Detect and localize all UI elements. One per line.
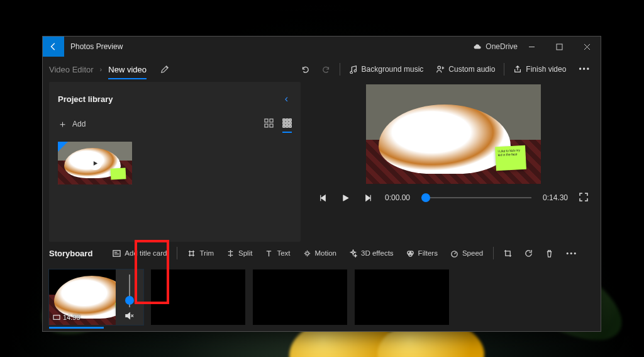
seek-knob[interactable] xyxy=(421,193,430,202)
svg-rect-11 xyxy=(289,122,291,124)
text-button[interactable]: Text xyxy=(260,244,295,263)
grid-small-icon xyxy=(282,118,292,128)
music-icon xyxy=(349,65,358,74)
storyboard-toolbar: Storyboard Add title card Trim Split Tex… xyxy=(49,242,594,264)
project-library-title: Project library xyxy=(58,94,281,104)
breadcrumb-current[interactable]: New video xyxy=(108,65,147,79)
sticky-note: I Like to kick my kid in the face xyxy=(495,145,526,171)
rename-button[interactable] xyxy=(157,61,173,77)
add-media-button[interactable]: ＋ Add xyxy=(58,119,86,128)
storyboard-empty-slot[interactable] xyxy=(151,269,245,325)
svg-rect-12 xyxy=(283,125,285,127)
play-overlay-icon xyxy=(88,156,102,170)
library-clip-thumbnail[interactable] xyxy=(58,142,132,184)
seek-slider[interactable] xyxy=(421,191,531,204)
transport-controls: 0:00.00 0:14.30 xyxy=(312,191,594,204)
storyboard-more-button[interactable]: ••• xyxy=(561,244,582,263)
video-preview[interactable]: I Like to kick my kid in the face xyxy=(366,84,541,184)
speed-button[interactable]: Speed xyxy=(445,244,488,263)
used-indicator-icon xyxy=(58,142,68,152)
background-music-button[interactable]: Background music xyxy=(343,59,430,80)
svg-rect-7 xyxy=(286,119,288,121)
svg-rect-3 xyxy=(270,119,273,122)
person-audio-icon xyxy=(436,65,445,74)
undo-button[interactable] xyxy=(294,59,316,80)
svg-rect-5 xyxy=(270,124,273,127)
view-small-thumbs-button[interactable] xyxy=(282,118,292,133)
breadcrumb-parent[interactable]: Video Editor xyxy=(49,65,94,74)
custom-audio-button[interactable]: Custom audio xyxy=(430,59,501,80)
plus-icon: ＋ xyxy=(58,119,67,128)
add-media-label: Add xyxy=(72,120,86,128)
storyboard-title: Storyboard xyxy=(49,249,105,258)
next-frame-button[interactable] xyxy=(362,192,374,203)
preview-panel: I Like to kick my kid in the face 0:00.0… xyxy=(312,82,594,242)
trim-button[interactable]: Trim xyxy=(182,244,219,263)
svg-point-19 xyxy=(452,251,457,256)
export-icon xyxy=(513,65,522,74)
svg-rect-13 xyxy=(286,125,288,127)
separator xyxy=(504,63,504,76)
storyboard-empty-slot[interactable] xyxy=(253,269,347,325)
storyboard-clip[interactable]: 14.93 xyxy=(49,269,143,325)
ellipsis-icon: ••• xyxy=(579,65,591,74)
main-area: Project library ‹ ＋ Add xyxy=(43,82,601,242)
separator xyxy=(340,63,340,76)
fullscreen-button[interactable] xyxy=(579,193,589,203)
time-current: 0:00.00 xyxy=(385,193,410,202)
mute-button[interactable] xyxy=(125,311,135,321)
storyboard-panel: Storyboard Add title card Trim Split Tex… xyxy=(43,242,601,331)
trim-icon xyxy=(187,249,196,258)
filters-button[interactable]: Filters xyxy=(401,244,443,263)
collapse-library-button[interactable]: ‹ xyxy=(281,91,292,107)
text-icon xyxy=(265,249,273,258)
view-large-thumbs-button[interactable] xyxy=(264,118,274,129)
back-button[interactable] xyxy=(43,37,64,57)
breadcrumb: Video Editor › New video xyxy=(47,61,173,77)
svg-rect-10 xyxy=(286,122,288,124)
onedrive-status[interactable]: OneDrive xyxy=(473,42,518,51)
speaker-mute-icon xyxy=(125,311,134,320)
sparkle-icon xyxy=(349,249,357,258)
cloud-icon xyxy=(473,43,482,50)
motion-button[interactable]: Motion xyxy=(298,244,342,263)
storyboard-empty-slot[interactable] xyxy=(355,269,449,325)
prev-frame-button[interactable] xyxy=(317,192,328,203)
3d-effects-button[interactable]: 3D effects xyxy=(344,244,399,263)
more-button[interactable]: ••• xyxy=(572,59,597,80)
split-icon xyxy=(226,249,235,258)
app-title: Photos Preview xyxy=(64,42,123,51)
add-title-card-button[interactable]: Add title card xyxy=(108,244,172,263)
svg-rect-14 xyxy=(289,125,291,127)
separator xyxy=(177,247,177,259)
volume-slider[interactable] xyxy=(129,275,130,307)
resize-button[interactable] xyxy=(499,244,517,263)
rotate-icon xyxy=(525,249,533,258)
maximize-button[interactable] xyxy=(545,37,573,57)
finish-video-label: Finish video xyxy=(526,65,566,74)
separator xyxy=(493,247,494,259)
minimize-button[interactable] xyxy=(518,37,545,57)
titlebar: Photos Preview OneDrive xyxy=(43,37,601,57)
filters-icon xyxy=(406,249,414,258)
redo-button[interactable] xyxy=(316,59,337,80)
svg-rect-4 xyxy=(265,124,268,127)
clip-volume-panel xyxy=(116,269,143,325)
time-total: 0:14.30 xyxy=(543,193,568,202)
delete-button[interactable] xyxy=(540,244,558,263)
split-button[interactable]: Split xyxy=(221,244,257,263)
grid-large-icon xyxy=(264,118,274,128)
rotate-button[interactable] xyxy=(519,244,538,263)
finish-video-button[interactable]: Finish video xyxy=(507,59,572,80)
svg-rect-8 xyxy=(289,119,291,121)
svg-rect-0 xyxy=(557,44,562,50)
sticky-note xyxy=(111,167,126,179)
volume-knob[interactable] xyxy=(125,296,134,305)
svg-point-1 xyxy=(438,66,440,69)
crop-icon xyxy=(504,249,512,258)
play-button[interactable] xyxy=(340,192,351,203)
clip-icon xyxy=(53,314,60,320)
close-button[interactable] xyxy=(573,37,601,57)
video-editor-window: Photos Preview OneDrive Video Editor › N… xyxy=(42,36,601,332)
svg-rect-20 xyxy=(53,315,60,320)
